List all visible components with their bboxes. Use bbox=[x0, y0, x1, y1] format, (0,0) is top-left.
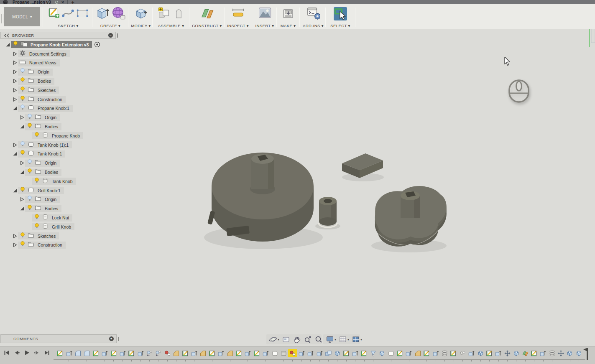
zoom-button[interactable] bbox=[303, 335, 313, 344]
toolbar-group-create[interactable]: CREATE ▾ bbox=[94, 6, 127, 28]
timeline-feature-thread[interactable] bbox=[547, 349, 556, 357]
tree-row-lock-nut[interactable]: Lock Nut bbox=[0, 213, 125, 222]
plane-icon[interactable] bbox=[200, 6, 214, 22]
timeline-feature-joint-gray[interactable] bbox=[458, 349, 467, 357]
play-button[interactable] bbox=[23, 349, 30, 356]
step-back-button[interactable] bbox=[13, 349, 20, 356]
timeline-feature-extrude[interactable] bbox=[217, 349, 225, 357]
expander-closed-icon[interactable] bbox=[19, 196, 25, 202]
pan-button[interactable] bbox=[292, 335, 302, 344]
tree-row-origin[interactable]: Origin bbox=[0, 195, 125, 204]
timeline-feature-extrude[interactable] bbox=[261, 349, 270, 357]
tree-row-tank-knob[interactable]: Tank Knob bbox=[0, 177, 125, 186]
joint-icon[interactable] bbox=[172, 7, 185, 21]
timeline-feature-sketch[interactable] bbox=[253, 349, 261, 357]
visibility-bulb-on-icon[interactable] bbox=[19, 95, 26, 104]
timeline-feature-combine[interactable] bbox=[324, 349, 333, 357]
browser-panel-options-icon[interactable]: − bbox=[108, 33, 113, 38]
toolbar-group-insert[interactable]: INSERT ▾ bbox=[253, 6, 277, 28]
visibility-bulb-on-icon[interactable] bbox=[26, 122, 33, 131]
expander-closed-icon[interactable] bbox=[12, 69, 18, 75]
skip-to-end-button[interactable] bbox=[43, 349, 50, 356]
timeline-feature-box[interactable] bbox=[476, 349, 485, 357]
timeline-feature-body-white[interactable] bbox=[270, 349, 279, 357]
tree-row-box[interactable]: Tank Knob bbox=[32, 178, 76, 185]
collapse-panel-icon[interactable] bbox=[4, 33, 10, 38]
comments-panel-header[interactable]: COMMENTS ● bbox=[0, 334, 117, 343]
visibility-bulb-on-icon[interactable] bbox=[26, 204, 33, 213]
toolbar-group-label[interactable]: CREATE ▾ bbox=[100, 23, 120, 28]
insert-image-icon[interactable] bbox=[258, 6, 272, 22]
tree-row-propane-knob-1[interactable]: Propane Knob:1 bbox=[0, 104, 125, 113]
timeline-feature-sketch[interactable] bbox=[449, 349, 458, 357]
tree-row-bodies[interactable]: Bodies bbox=[0, 122, 125, 131]
timeline-feature-extrude[interactable] bbox=[494, 349, 503, 357]
expander-open-icon[interactable] bbox=[12, 151, 18, 157]
timeline-feature-extrude[interactable] bbox=[306, 349, 315, 357]
new-tab-button[interactable]: + bbox=[71, 0, 74, 4]
tree-row-box[interactable]: Grill Knob bbox=[32, 223, 74, 230]
timeline-feature-sketch[interactable] bbox=[342, 349, 351, 357]
timeline-ruler[interactable] bbox=[54, 359, 585, 362]
timeline-feature-chamfer[interactable] bbox=[225, 349, 234, 357]
tree-row-sketches[interactable]: Sketches bbox=[0, 86, 125, 95]
workspace-selector-model[interactable]: MODEL▾ bbox=[4, 7, 40, 26]
visibility-bulb-on-icon[interactable] bbox=[19, 232, 26, 240]
timeline-feature-joint[interactable] bbox=[145, 349, 154, 357]
new-component-icon[interactable] bbox=[157, 6, 171, 21]
timeline-feature-sketch[interactable] bbox=[396, 349, 404, 357]
timeline-feature-extrude[interactable] bbox=[243, 349, 252, 357]
expander-closed-icon[interactable] bbox=[12, 51, 18, 57]
visibility-bulb-on-icon[interactable] bbox=[33, 177, 40, 186]
timeline-feature-extrude[interactable] bbox=[539, 349, 547, 357]
visibility-bulb-off-icon[interactable] bbox=[19, 104, 26, 112]
timeline-feature-extrude[interactable] bbox=[100, 349, 109, 357]
timeline-feature-sketch[interactable] bbox=[208, 349, 217, 357]
timeline-feature-sketch[interactable] bbox=[360, 349, 368, 357]
visibility-bulb-off-icon[interactable] bbox=[26, 195, 33, 204]
toolbar-group-label[interactable]: MODIFY ▾ bbox=[131, 23, 151, 28]
activate-component-radio[interactable] bbox=[94, 41, 100, 48]
tree-row-box[interactable]: Origin bbox=[25, 114, 60, 121]
tree-row-box[interactable]: Origin bbox=[18, 69, 53, 76]
viewports-button[interactable]: ▾ bbox=[351, 335, 363, 344]
tree-row-box[interactable]: Document Settings bbox=[18, 50, 70, 57]
tree-row-box[interactable]: Bodies bbox=[25, 205, 61, 212]
visibility-bulb-on-icon[interactable] bbox=[19, 241, 26, 249]
timeline-feature-joint-origin[interactable] bbox=[163, 349, 172, 357]
toolbar-group-label[interactable]: ADD-INS ▾ bbox=[303, 23, 324, 28]
tree-row-box[interactable]: Lock Nut bbox=[32, 214, 72, 221]
expander-open-icon[interactable] bbox=[5, 42, 11, 48]
timeline-feature-fillet[interactable] bbox=[82, 349, 91, 357]
tree-row-box[interactable]: Sketches bbox=[18, 232, 59, 239]
tree-row-box[interactable]: Tank Knob (1):1 bbox=[18, 141, 72, 148]
scripts-icon[interactable] bbox=[306, 6, 320, 22]
expander-closed-icon[interactable] bbox=[19, 160, 25, 166]
timeline-feature-sketch[interactable] bbox=[485, 349, 494, 357]
tree-row-box[interactable]: Named Views bbox=[18, 59, 60, 66]
visibility-bulb-on-icon[interactable] bbox=[33, 132, 40, 140]
tree-row-origin[interactable]: Origin bbox=[0, 158, 125, 168]
expander-closed-icon[interactable] bbox=[12, 87, 18, 93]
timeline-feature-box[interactable] bbox=[378, 349, 386, 357]
tree-row-propane-knob-extension-v3[interactable]: Propane Knob Extension v3 bbox=[0, 40, 125, 49]
tree-row-grill-knob-1[interactable]: Grill Knob:1 bbox=[0, 186, 125, 195]
visibility-bulb-on-icon[interactable] bbox=[12, 41, 19, 49]
tree-row-box[interactable]: Construction bbox=[18, 242, 66, 249]
tree-row-propane-knob[interactable]: Propane Knob bbox=[0, 131, 125, 140]
timeline-playhead[interactable] bbox=[583, 347, 589, 361]
create-sketch-icon[interactable] bbox=[48, 7, 60, 21]
orbit-button[interactable]: ▾ bbox=[268, 335, 280, 344]
timeline-feature-fillet[interactable] bbox=[74, 349, 82, 357]
expander-closed-icon[interactable] bbox=[12, 233, 18, 239]
timeline-feature-box[interactable] bbox=[333, 349, 342, 357]
toolbar-group-inspect[interactable]: INSPECT ▾ bbox=[226, 6, 250, 28]
tree-row-tank-knob-1[interactable]: Tank Knob:1 bbox=[0, 150, 125, 159]
timeline-feature-sketch[interactable] bbox=[56, 349, 64, 357]
timeline-feature-joint[interactable] bbox=[154, 349, 163, 357]
visibility-bulb-on-icon[interactable] bbox=[19, 150, 26, 158]
tree-row-tank-knob-1-1[interactable]: Tank Knob (1):1 bbox=[0, 140, 125, 150]
timeline-feature-body-white[interactable] bbox=[386, 349, 395, 357]
timeline-feature-chamfer[interactable] bbox=[414, 349, 422, 357]
timeline-feature-sketch[interactable] bbox=[422, 349, 431, 357]
